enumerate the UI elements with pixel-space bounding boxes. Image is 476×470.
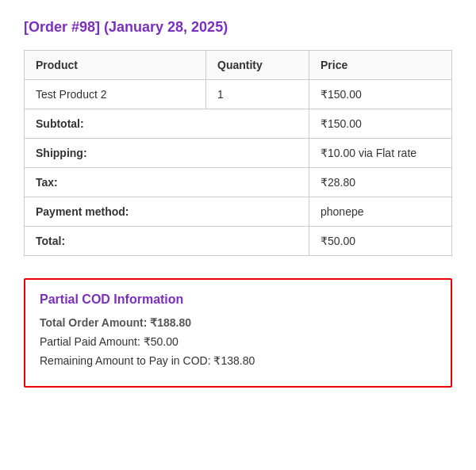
tax-value: ₹28.80 bbox=[309, 168, 452, 197]
total-order-label: Total Order Amount: bbox=[40, 316, 147, 329]
table-row: Test Product 2 1 ₹150.00 bbox=[25, 80, 452, 109]
payment-method-value: phonepe bbox=[309, 197, 452, 227]
col-header-price: Price bbox=[309, 51, 452, 80]
shipping-row: Shipping: ₹10.00 via Flat rate bbox=[25, 139, 452, 168]
partial-paid-value: ₹50.00 bbox=[144, 335, 178, 348]
order-title[interactable]: [Order #98] (January 28, 2025) bbox=[24, 19, 452, 36]
shipping-label: Shipping: bbox=[25, 139, 309, 168]
subtotal-row: Subtotal: ₹150.00 bbox=[25, 109, 452, 139]
total-value: ₹50.00 bbox=[309, 227, 452, 256]
subtotal-value: ₹150.00 bbox=[309, 109, 452, 139]
remaining-value: ₹138.80 bbox=[213, 354, 255, 367]
partial-cod-box: Partial COD Information Total Order Amou… bbox=[24, 278, 452, 388]
total-label: Total: bbox=[25, 227, 309, 256]
product-price: ₹150.00 bbox=[309, 80, 452, 109]
payment-method-label: Payment method: bbox=[25, 197, 309, 227]
remaining-amount-line: Remaining Amount to Pay in COD: ₹138.80 bbox=[40, 354, 436, 367]
partial-cod-title: Partial COD Information bbox=[40, 292, 436, 307]
remaining-label: Remaining Amount to Pay in COD: bbox=[40, 354, 211, 367]
total-order-value: ₹188.80 bbox=[150, 316, 191, 329]
col-header-quantity: Quantity bbox=[206, 51, 309, 80]
partial-paid-line: Partial Paid Amount: ₹50.00 bbox=[40, 335, 436, 348]
subtotal-label: Subtotal: bbox=[25, 109, 309, 139]
shipping-value: ₹10.00 via Flat rate bbox=[309, 139, 452, 168]
product-quantity: 1 bbox=[206, 80, 309, 109]
order-table: Product Quantity Price Test Product 2 1 … bbox=[24, 50, 452, 256]
total-row: Total: ₹50.00 bbox=[25, 227, 452, 256]
total-order-line: Total Order Amount: ₹188.80 bbox=[40, 316, 436, 329]
product-name: Test Product 2 bbox=[25, 80, 206, 109]
payment-method-row: Payment method: phonepe bbox=[25, 197, 452, 227]
col-header-product: Product bbox=[25, 51, 206, 80]
partial-paid-label: Partial Paid Amount: bbox=[40, 335, 140, 348]
tax-label: Tax: bbox=[25, 168, 309, 197]
tax-row: Tax: ₹28.80 bbox=[25, 168, 452, 197]
